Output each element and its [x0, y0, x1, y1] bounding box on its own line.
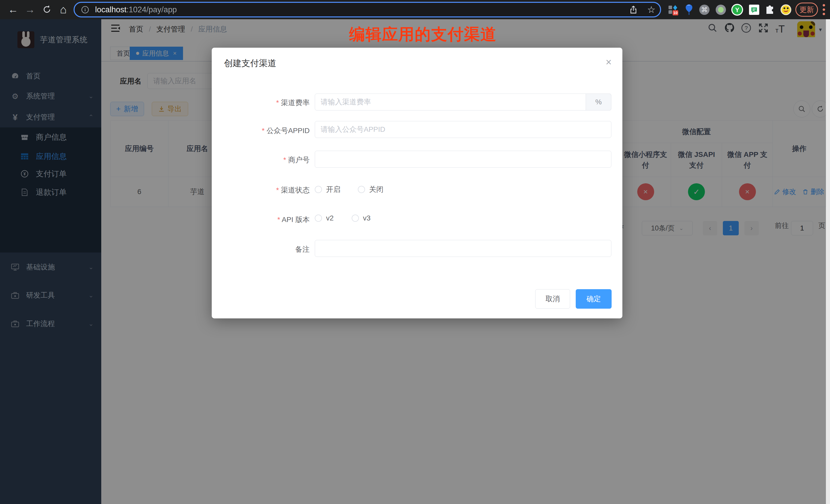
confirm-button[interactable]: 确定	[576, 289, 612, 309]
status-label: 渠道状态	[217, 185, 310, 195]
radio-api-v3[interactable]: v3	[352, 214, 371, 222]
radio-circle-icon	[315, 186, 322, 193]
rate-label: 渠道费率	[217, 98, 310, 108]
update-label: 更新	[799, 5, 814, 14]
info-icon	[81, 5, 90, 14]
ext-emoji-icon[interactable]	[779, 3, 793, 17]
rate-input[interactable]	[315, 94, 611, 111]
appid-input[interactable]	[315, 121, 611, 138]
home-button[interactable]: ⌂	[56, 2, 71, 17]
reload-button[interactable]	[39, 2, 54, 17]
close-icon[interactable]: ×	[606, 56, 612, 68]
ext-command-icon[interactable]: ⌘	[698, 3, 711, 17]
merchant-label: 商户号	[217, 155, 310, 165]
appid-label: 公众号APPID	[217, 126, 310, 136]
radio-label: 开启	[326, 185, 341, 194]
svg-text:⌘: ⌘	[701, 6, 708, 13]
ext-chat-icon[interactable]	[747, 3, 761, 17]
reload-icon	[42, 5, 52, 14]
browser-menu-icon[interactable]: •••	[821, 3, 826, 16]
radio-status-open[interactable]: 开启	[315, 185, 341, 194]
urlbar-actions: ☆	[629, 4, 656, 15]
ext-balloon-icon[interactable]	[682, 3, 696, 17]
dialog-title: 创建支付渠道	[224, 57, 276, 69]
svg-text:10: 10	[673, 10, 678, 15]
bookmark-star-icon[interactable]: ☆	[647, 4, 656, 15]
radio-circle-icon	[315, 215, 322, 222]
cancel-button[interactable]: 取消	[535, 289, 570, 309]
update-button[interactable]: 更新	[795, 3, 818, 17]
api-version-label: API 版本	[217, 215, 310, 225]
cancel-label: 取消	[545, 294, 560, 304]
share-icon[interactable]	[629, 5, 638, 14]
radio-api-v2[interactable]: v2	[315, 214, 334, 222]
ext-y-icon[interactable]: Y	[731, 3, 744, 17]
ext-dot-icon[interactable]	[714, 3, 728, 17]
url-text: localhost:1024/pay/app	[95, 5, 177, 14]
back-button[interactable]: ←	[6, 2, 21, 17]
ext-puzzle-icon[interactable]	[763, 3, 777, 17]
radio-status-closed[interactable]: 关闭	[358, 185, 383, 194]
browser-chrome: ← → ⌂ localhost:1024/pay/app ☆ 10 ⌘	[0, 0, 830, 19]
remark-input[interactable]	[315, 240, 611, 257]
forward-button[interactable]: →	[23, 2, 37, 17]
confirm-label: 确定	[586, 294, 601, 304]
radio-circle-icon	[358, 186, 365, 193]
radio-label: 关闭	[369, 185, 383, 194]
screen: 芋道管理系统 首页 ⚙ 系统管理 ⌄ ¥ 支付管理 ⌃ 商户信息	[0, 0, 830, 504]
ext-tasks-icon[interactable]: 10	[667, 3, 680, 17]
radio-label: v3	[363, 214, 371, 222]
url-bar[interactable]: localhost:1024/pay/app ☆	[73, 2, 661, 18]
merchant-input[interactable]	[315, 151, 611, 168]
annotation-text: 编辑应用的支付渠道	[325, 24, 520, 45]
create-channel-dialog: 创建支付渠道 × 渠道费率 % 公众号APPID 商户号 渠道状态 开启 关闭 …	[212, 48, 622, 318]
scrollbar[interactable]	[826, 19, 830, 504]
radio-label: v2	[326, 214, 334, 222]
remark-label: 备注	[217, 245, 310, 254]
percent-suffix: %	[586, 94, 611, 111]
svg-text:Y: Y	[735, 6, 739, 13]
radio-circle-icon	[352, 215, 359, 222]
